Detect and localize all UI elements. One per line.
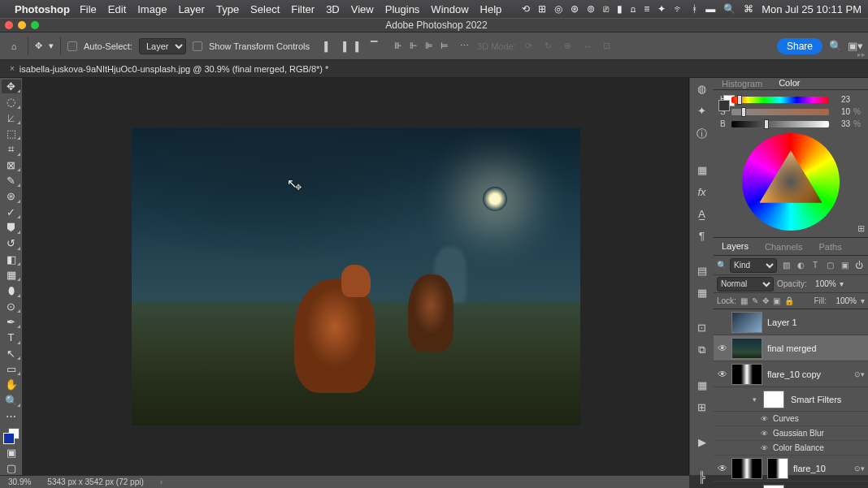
control-center-icon[interactable]: ⌘	[744, 3, 753, 15]
paragraph-icon[interactable]: ¶	[695, 230, 710, 242]
shape-tool[interactable]: ▭	[2, 362, 21, 376]
autoselect-target-select[interactable]: Layer	[139, 38, 186, 54]
lasso-tool[interactable]: ⟀	[2, 111, 21, 125]
hand-tool[interactable]: ✋	[2, 378, 21, 391]
brush-tool[interactable]: ✓	[2, 205, 21, 219]
quickmask-icon[interactable]: ▣	[2, 445, 21, 459]
filter-mask-thumb[interactable]	[763, 485, 784, 489]
menu-filter[interactable]: Filter	[291, 3, 315, 15]
hue-slider[interactable]	[731, 97, 829, 103]
tab-paths[interactable]: Paths	[811, 238, 850, 255]
distribute-icon[interactable]: ⊩	[407, 40, 420, 53]
menu-plugins[interactable]: Plugins	[385, 3, 420, 15]
smart-filter-item[interactable]: 👁Curves	[714, 412, 868, 426]
move-tool-icon[interactable]: ✥	[35, 41, 42, 51]
layer-row[interactable]: Layer 1	[714, 309, 868, 335]
smart-filter-item[interactable]: 👁Color Balance	[714, 441, 868, 456]
menu-view[interactable]: View	[351, 3, 374, 15]
menubar-icon[interactable]: ⟲	[522, 3, 530, 15]
healing-tool[interactable]: ⊛	[2, 189, 21, 203]
autoselect-checkbox[interactable]	[67, 41, 77, 51]
layer-name[interactable]: flare_10 copy	[767, 369, 854, 379]
menubar-icon[interactable]: ⊚	[587, 3, 595, 15]
window-close-button[interactable]	[5, 21, 13, 29]
panel-icon[interactable]: ▤	[695, 265, 710, 277]
lock-nest-icon[interactable]: ▣	[773, 296, 780, 305]
menubar-icon[interactable]: ≡	[644, 3, 649, 15]
panel-flyout-icon[interactable]: ▸▸	[857, 50, 866, 58]
info-icon[interactable]: ⓘ	[695, 127, 710, 141]
bluetooth-icon[interactable]: ᚼ	[692, 3, 697, 15]
menu-select[interactable]: Select	[250, 3, 280, 15]
panel-icon[interactable]: ⧉	[695, 343, 710, 356]
eyedropper-tool[interactable]: ✎	[2, 174, 21, 188]
align-left-icon[interactable]: ▌	[321, 40, 334, 53]
distribute-icon[interactable]: ⊪	[392, 40, 405, 53]
menubar-icon[interactable]: ⩍	[631, 3, 636, 15]
filter-kind-select[interactable]: Kind	[730, 258, 777, 273]
menu-layer[interactable]: Layer	[178, 3, 205, 15]
layer-list[interactable]: Layer 1 👁 final merged 👁 flare_10 copy ⊙…	[714, 309, 868, 488]
layer-thumbnail[interactable]	[731, 312, 762, 333]
tab-layers[interactable]: Layers	[714, 238, 757, 255]
libraries-icon[interactable]: ◍	[695, 83, 710, 95]
visibility-toggle[interactable]: 👁	[714, 343, 731, 354]
transform-checkbox[interactable]	[193, 41, 202, 51]
bri-slider[interactable]	[731, 121, 829, 127]
document-tab[interactable]: × isabella-juskova-9aNItHjuOc0-unsplash.…	[3, 60, 335, 77]
frame-tool[interactable]: ⊠	[2, 158, 21, 172]
menu-image[interactable]: Image	[137, 3, 167, 15]
filter-type-icon[interactable]: T	[809, 260, 821, 271]
bri-value[interactable]: 33	[832, 119, 850, 128]
hue-value[interactable]: 23	[832, 95, 850, 104]
status-flyout-icon[interactable]: ›	[160, 477, 163, 486]
zoom-tool[interactable]: 🔍	[2, 394, 21, 408]
menubar-clock[interactable]: Mon Jul 25 10:11 PM	[762, 3, 861, 15]
lock-all-icon[interactable]: 🔒	[784, 296, 794, 305]
filter-toggle-icon[interactable]: ⏻	[853, 260, 865, 271]
sat-slider[interactable]	[731, 109, 829, 115]
menubar-icon[interactable]: ▮	[617, 3, 623, 15]
fill-dropdown-icon[interactable]: ▾	[861, 296, 865, 305]
tab-histogram[interactable]: Histogram	[714, 78, 770, 89]
distribute-icon[interactable]: ⊫	[423, 40, 436, 53]
window-minimize-button[interactable]	[18, 21, 26, 29]
layer-row[interactable]: 👁 flare_10 ⊙▾	[714, 456, 868, 482]
filter-shape-icon[interactable]: ▢	[824, 260, 835, 271]
distribute-icon[interactable]: ⊨	[438, 40, 451, 53]
layer-row[interactable]: 👁 final merged	[714, 335, 868, 361]
visibility-toggle[interactable]: 👁	[714, 369, 731, 380]
layer-name[interactable]: final merged	[767, 343, 865, 353]
tab-close-icon[interactable]: ×	[10, 64, 15, 73]
tab-color[interactable]: Color	[770, 78, 808, 89]
eraser-tool[interactable]: ◧	[2, 253, 21, 266]
layer-mask-thumb[interactable]	[767, 458, 788, 479]
panel-icon[interactable]: ╠	[695, 471, 710, 483]
tool-preset-dropdown[interactable]: ▾	[49, 41, 54, 51]
align-top-icon[interactable]: ▔	[367, 40, 380, 53]
filter-search-icon[interactable]: 🔍	[717, 261, 727, 270]
menubar-icon[interactable]: ⊛	[571, 3, 579, 15]
history-brush-tool[interactable]: ↺	[2, 236, 21, 250]
document-canvas[interactable]	[132, 128, 580, 425]
menu-3d[interactable]: 3D	[326, 3, 340, 15]
document-dimensions[interactable]: 5343 px x 3542 px (72 ppi)	[47, 477, 143, 486]
menubar-icon[interactable]: ◎	[554, 3, 562, 15]
lock-trans-icon[interactable]: ▦	[740, 296, 748, 305]
filter-mask-thumb[interactable]	[763, 391, 784, 408]
menu-help[interactable]: Help	[480, 3, 502, 15]
smart-filters-row[interactable]: ▾ Smart Filters	[714, 387, 868, 412]
layer-name[interactable]: flare_10	[793, 464, 854, 473]
search-icon[interactable]: 🔍	[829, 40, 842, 53]
dodge-tool[interactable]: ⊙	[2, 300, 21, 313]
gradient-tool[interactable]: ▦	[2, 268, 21, 282]
smart-filter-item[interactable]: 👁Gaussian Blur	[714, 426, 868, 441]
menubar-icon[interactable]: ⊞	[538, 3, 546, 15]
menu-edit[interactable]: Edit	[108, 3, 126, 15]
menu-file[interactable]: File	[80, 3, 97, 15]
layer-thumbnail[interactable]	[731, 338, 762, 359]
move-tool[interactable]: ✥	[2, 80, 21, 93]
visibility-toggle[interactable]: 👁	[714, 463, 731, 474]
battery-icon[interactable]: ▬	[705, 3, 715, 15]
filter-pixel-icon[interactable]: ▧	[780, 260, 792, 271]
